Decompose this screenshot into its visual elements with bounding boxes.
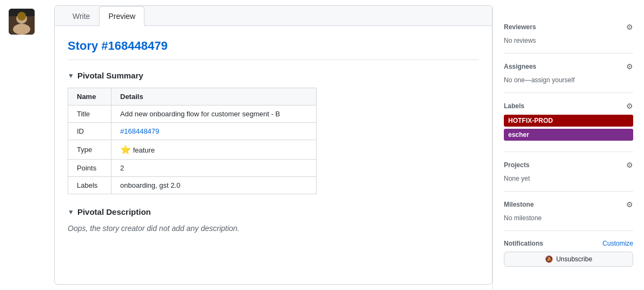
labels-gear-icon[interactable]: ⚙ bbox=[626, 102, 633, 110]
reviewers-gear-icon[interactable]: ⚙ bbox=[626, 23, 633, 31]
projects-gear-icon[interactable]: ⚙ bbox=[626, 161, 633, 169]
milestone-value: No milestone bbox=[504, 214, 542, 222]
content-area: Story #168448479 ▼ Pivotal Summary Name … bbox=[55, 26, 492, 246]
row-title-value: Add new onboarding flow for customer seg… bbox=[111, 106, 317, 123]
projects-header: Projects ⚙ bbox=[504, 161, 633, 169]
label-escher: escher bbox=[504, 129, 633, 141]
row-points-value: 2 bbox=[111, 160, 317, 177]
milestone-gear-icon[interactable]: ⚙ bbox=[626, 200, 633, 209]
row-id-value: #168448479 bbox=[111, 123, 317, 140]
avatar-col bbox=[0, 0, 54, 290]
projects-value: None yet bbox=[504, 175, 530, 182]
pivotal-description-header: ▼ Pivotal Description bbox=[68, 207, 479, 216]
row-title-label: Title bbox=[68, 106, 111, 123]
table-row: ID #168448479 bbox=[68, 123, 317, 140]
row-labels-label: Labels bbox=[68, 177, 111, 194]
main-content: Write Preview Story #168448479 ▼ Pivotal… bbox=[54, 5, 492, 285]
description-text: Oops, the story creator did not add any … bbox=[68, 224, 479, 233]
triangle-icon: ▼ bbox=[68, 72, 74, 80]
pivotal-description-label: Pivotal Description bbox=[77, 207, 151, 216]
svg-point-4 bbox=[17, 12, 26, 21]
table-row: Labels onboarding, gst 2.0 bbox=[68, 177, 317, 194]
row-type-value: ⭐ feature bbox=[111, 140, 317, 160]
milestone-header: Milestone ⚙ bbox=[504, 200, 633, 209]
notifications-header: Notifications Customize bbox=[504, 240, 633, 247]
label-hotfix-prod: HOTFIX-PROD bbox=[504, 115, 633, 127]
story-title: Story #168448479 bbox=[68, 39, 479, 60]
star-icon: ⭐ bbox=[120, 145, 131, 154]
tab-write[interactable]: Write bbox=[63, 6, 99, 26]
reviewers-title: Reviewers bbox=[504, 23, 536, 31]
labels-header: Labels ⚙ bbox=[504, 102, 633, 110]
unsubscribe-button[interactable]: 🔕 Unsubscribe bbox=[504, 252, 633, 267]
reviewers-header: Reviewers ⚙ bbox=[504, 23, 633, 31]
sidebar-labels-section: Labels ⚙ HOTFIX-PROD escher bbox=[504, 93, 633, 152]
row-labels-value: onboarding, gst 2.0 bbox=[111, 177, 317, 194]
notifications-title: Notifications bbox=[504, 240, 543, 247]
type-text: feature bbox=[133, 146, 155, 154]
svg-point-2 bbox=[13, 24, 30, 35]
summary-table: Name Details Title Add new onboarding fl… bbox=[68, 88, 317, 194]
customize-link[interactable]: Customize bbox=[602, 240, 633, 247]
labels-title: Labels bbox=[504, 102, 524, 110]
row-points-label: Points bbox=[68, 160, 111, 177]
col-name-header: Name bbox=[68, 88, 111, 106]
pivotal-summary-header: ▼ Pivotal Summary bbox=[68, 71, 479, 80]
unsubscribe-label: Unsubscribe bbox=[556, 255, 593, 263]
triangle-icon-desc: ▼ bbox=[68, 208, 74, 216]
sidebar-milestone-section: Milestone ⚙ No milestone bbox=[504, 192, 633, 231]
milestone-title: Milestone bbox=[504, 201, 534, 208]
sidebar-projects-section: Projects ⚙ None yet bbox=[504, 152, 633, 192]
story-id-link[interactable]: #168448479 bbox=[120, 127, 159, 135]
projects-title: Projects bbox=[504, 161, 529, 169]
row-id-label: ID bbox=[68, 123, 111, 140]
unsubscribe-icon: 🔕 bbox=[545, 255, 553, 263]
assignees-title: Assignees bbox=[504, 63, 536, 70]
table-row: Points 2 bbox=[68, 160, 317, 177]
sidebar-reviewers-section: Reviewers ⚙ No reviews bbox=[504, 14, 633, 54]
table-row: Title Add new onboarding flow for custom… bbox=[68, 106, 317, 123]
assignees-value: No one—assign yourself bbox=[504, 76, 575, 84]
tab-bar: Write Preview bbox=[55, 6, 492, 26]
table-row: Type ⭐ feature bbox=[68, 140, 317, 160]
pivotal-summary-label: Pivotal Summary bbox=[77, 71, 143, 80]
assignees-header: Assignees ⚙ bbox=[504, 62, 633, 71]
tab-preview[interactable]: Preview bbox=[99, 6, 144, 26]
sidebar-notifications-section: Notifications Customize 🔕 Unsubscribe bbox=[504, 231, 633, 275]
reviewers-value: No reviews bbox=[504, 37, 536, 44]
sidebar: Reviewers ⚙ No reviews Assignees ⚙ No on… bbox=[492, 5, 644, 290]
col-details-header: Details bbox=[111, 88, 317, 106]
assignees-gear-icon[interactable]: ⚙ bbox=[626, 62, 633, 71]
avatar bbox=[9, 9, 35, 35]
sidebar-assignees-section: Assignees ⚙ No one—assign yourself bbox=[504, 54, 633, 93]
row-type-label: Type bbox=[68, 140, 111, 160]
